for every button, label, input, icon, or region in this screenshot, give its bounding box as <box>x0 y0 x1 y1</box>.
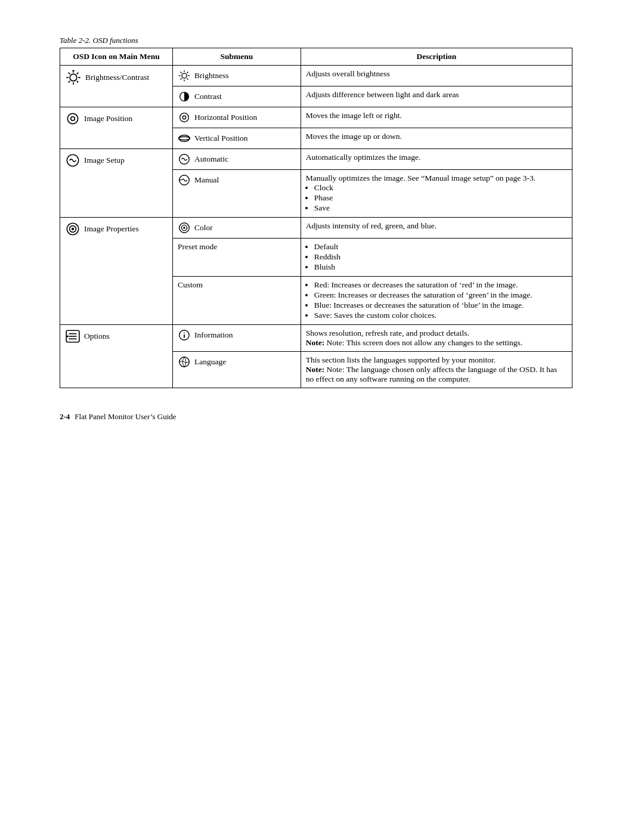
submenu-cell-vert-pos: Vertical Position <box>172 128 301 149</box>
footer-text: Flat Panel Monitor User’s Guide <box>75 412 176 422</box>
desc-manual-list: Clock Phase Save <box>306 183 567 213</box>
desc-cell-vert-pos: Moves the image up or down. <box>301 128 572 149</box>
image-setup-label: Image Setup <box>84 156 125 165</box>
manual-label: Manual <box>194 175 219 185</box>
list-item: Bluish <box>314 262 567 272</box>
information-label: Information <box>194 330 233 340</box>
header-main-menu: OSD Icon on Main Menu <box>60 48 173 66</box>
list-item: Clock <box>314 183 567 193</box>
options-icon <box>65 329 80 344</box>
table-row: Image Position Horizontal Position Moves… <box>60 107 572 128</box>
horiz-pos-icon <box>178 111 191 124</box>
brightness-icon <box>178 69 191 82</box>
header-description: Description <box>301 48 572 66</box>
desc-language-text: This section lists the languages support… <box>306 355 496 364</box>
desc-cell-brightness: Adjusts overall brightness <box>301 66 572 86</box>
desc-cell-language: This section lists the languages support… <box>301 352 572 388</box>
vert-pos-label: Vertical Position <box>194 134 248 143</box>
note-text-information: Note: This screen does not allow any cha… <box>327 338 523 347</box>
brightness-contrast-icon <box>65 69 82 86</box>
desc-contrast-text: Adjusts difference between light and dar… <box>306 90 459 99</box>
page-number: 2-4 <box>60 412 70 422</box>
submenu-cell-automatic: Automatic <box>172 149 301 170</box>
desc-custom-list: Red: Increases or decreases the saturati… <box>306 280 567 320</box>
table-row: Image Properties Color Adjusts intensity… <box>60 218 572 239</box>
desc-cell-horiz-pos: Moves the image left or right. <box>301 107 572 128</box>
list-item: Phase <box>314 193 567 203</box>
list-item: Reddish <box>314 252 567 262</box>
image-setup-icon <box>65 153 80 168</box>
automatic-label: Automatic <box>194 154 228 164</box>
desc-cell-contrast: Adjusts difference between light and dar… <box>301 86 572 107</box>
desc-cell-automatic: Automatically optimizes the image. <box>301 149 572 170</box>
vert-pos-icon <box>178 132 191 145</box>
list-item: Blue: Increases or decreases the saturat… <box>314 301 567 310</box>
desc-automatic-text: Automatically optimizes the image. <box>306 153 421 162</box>
contrast-label: Contrast <box>194 92 222 101</box>
manual-icon <box>178 174 191 187</box>
contrast-icon <box>178 90 191 103</box>
page-footer: 2-4 Flat Panel Monitor User’s Guide <box>60 412 596 422</box>
desc-preset-list: Default Reddish Bluish <box>306 242 567 272</box>
language-icon <box>178 355 191 368</box>
color-icon <box>178 221 191 234</box>
table-header-row: OSD Icon on Main Menu Submenu Descriptio… <box>60 48 572 66</box>
desc-cell-manual: Manually optimizes the image. See “Manua… <box>301 170 572 218</box>
list-item: Green: Increases or decreases the satura… <box>314 290 567 300</box>
submenu-cell-contrast: Contrast <box>172 86 301 107</box>
list-item: Default <box>314 242 567 252</box>
desc-cell-custom: Red: Increases or decreases the saturati… <box>301 277 572 325</box>
submenu-cell-information: Information <box>172 325 301 352</box>
image-position-icon <box>65 111 80 126</box>
list-item: Save <box>314 203 567 213</box>
color-label: Color <box>194 223 213 233</box>
note-text-language: Note: The language chosen only affects t… <box>306 365 558 383</box>
desc-information-note: Note: Note: This screen does not allow a… <box>306 338 522 347</box>
automatic-icon <box>178 153 191 166</box>
language-label: Language <box>194 357 226 367</box>
desc-information-text: Shows resolution, refresh rate, and prod… <box>306 329 469 337</box>
desc-color-text: Adjusts intensity of red, green, and blu… <box>306 221 436 230</box>
image-properties-icon <box>65 221 80 237</box>
note-bold-information: Note: <box>306 338 324 347</box>
header-submenu: Submenu <box>172 48 301 66</box>
submenu-cell-horiz-pos: Horizontal Position <box>172 107 301 128</box>
main-menu-cell-image-position: Image Position <box>60 107 173 149</box>
image-position-label: Image Position <box>84 114 132 123</box>
desc-cell-information: Shows resolution, refresh rate, and prod… <box>301 325 572 352</box>
list-item: Save: Saves the custom color choices. <box>314 311 567 320</box>
submenu-cell-color: Color <box>172 218 301 239</box>
main-menu-cell-image-setup: Image Setup <box>60 149 173 218</box>
desc-cell-color: Adjusts intensity of red, green, and blu… <box>301 218 572 239</box>
osd-functions-table: OSD Icon on Main Menu Submenu Descriptio… <box>60 48 572 388</box>
brightness-contrast-label: Brightness/Contrast <box>85 73 149 82</box>
table-row: Options Information Shows resolution, re… <box>60 325 572 352</box>
submenu-cell-custom: Custom <box>172 277 301 325</box>
submenu-cell-preset: Preset mode <box>172 239 301 277</box>
submenu-cell-manual: Manual <box>172 170 301 218</box>
table-row: Image Setup Automatic Automatically opti… <box>60 149 572 170</box>
information-icon <box>178 329 191 342</box>
desc-horiz-pos-text: Moves the image left or right. <box>306 111 402 120</box>
horiz-pos-label: Horizontal Position <box>194 113 257 122</box>
main-menu-cell-brightness: Brightness/Contrast <box>60 66 173 107</box>
desc-language-note: Note: Note: The language chosen only aff… <box>306 365 558 383</box>
main-menu-cell-options: Options <box>60 325 173 388</box>
image-properties-label: Image Properties <box>84 224 139 234</box>
desc-vert-pos-text: Moves the image up or down. <box>306 132 402 141</box>
preset-label: Preset mode <box>178 242 217 251</box>
submenu-cell-brightness: Brightness <box>172 66 301 86</box>
submenu-cell-language: Language <box>172 352 301 388</box>
desc-brightness-text: Adjusts overall brightness <box>306 69 390 78</box>
table-row: Brightness/Contrast Brightness Adjusts o… <box>60 66 572 86</box>
desc-cell-preset: Default Reddish Bluish <box>301 239 572 277</box>
custom-label: Custom <box>178 280 203 289</box>
main-menu-cell-image-properties: Image Properties <box>60 218 173 325</box>
note-bold-language: Note: <box>306 365 324 374</box>
list-item: Red: Increases or decreases the saturati… <box>314 280 567 290</box>
brightness-label: Brightness <box>194 71 229 80</box>
options-label: Options <box>84 332 110 341</box>
desc-manual-text: Manually optimizes the image. See “Manua… <box>306 174 535 182</box>
table-caption: Table 2-2. OSD functions <box>60 36 596 45</box>
